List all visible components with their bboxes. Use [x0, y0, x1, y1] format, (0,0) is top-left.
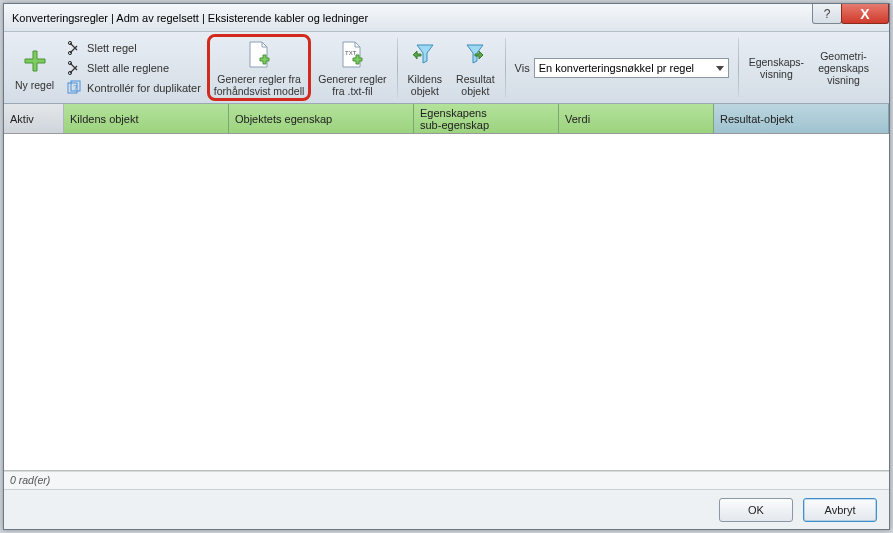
col-aktiv[interactable]: Aktiv	[4, 104, 64, 133]
row-count-label: 0 rad(er)	[10, 474, 50, 486]
col-resultat-objekt-label: Resultat-objekt	[720, 113, 793, 125]
generate-from-model-button[interactable]: Generer regler fra forhåndsvist modell	[207, 34, 311, 101]
property-view-label-1: Egenskaps-	[749, 56, 804, 68]
svg-text:TXT: TXT	[345, 50, 357, 56]
new-rule-button[interactable]: Ny regel	[8, 34, 61, 101]
funnel-arrow-right-icon	[459, 39, 491, 71]
dialog-window: Konverteringsregler | Adm av regelsett |…	[3, 3, 890, 530]
result-object-label-2: objekt	[461, 85, 489, 97]
col-verdi[interactable]: Verdi	[559, 104, 714, 133]
col-objektets-egenskap-label: Objektets egenskap	[235, 113, 332, 125]
col-resultat-objekt[interactable]: Resultat-objekt	[714, 104, 889, 133]
geometry-view-label-3: visning	[827, 74, 860, 86]
cancel-button[interactable]: Avbryt	[803, 498, 877, 522]
col-kildens-objekt[interactable]: Kildens objekt	[64, 104, 229, 133]
source-object-label-1: Kildens	[408, 73, 442, 85]
col-egenskapens-sub[interactable]: Egenskapens sub-egenskap	[414, 104, 559, 133]
ribbon-separator	[505, 38, 506, 97]
ribbon-separator	[738, 38, 739, 97]
help-button[interactable]: ?	[812, 4, 842, 24]
generate-from-model-label-1: Generer regler fra	[217, 73, 300, 85]
scissors-icon	[67, 60, 83, 76]
col-objektets-egenskap[interactable]: Objektets egenskap	[229, 104, 414, 133]
txt-file-plus-icon: TXT	[336, 39, 368, 71]
plus-icon	[19, 45, 51, 77]
ok-button[interactable]: OK	[719, 498, 793, 522]
scissors-icon	[67, 40, 83, 56]
col-aktiv-label: Aktiv	[10, 113, 34, 125]
source-object-button[interactable]: Kildens objekt	[401, 34, 449, 101]
delete-rule-button[interactable]: Slett regel	[65, 39, 203, 57]
titlebar: Konverteringsregler | Adm av regelsett |…	[4, 4, 889, 32]
check-duplicates-button[interactable]: ? Kontrollér for duplikater	[65, 79, 203, 97]
view-selector-area: Vis En konverteringsnøkkel pr regel	[509, 34, 735, 101]
ok-button-label: OK	[748, 504, 764, 516]
col-kildens-objekt-label: Kildens objekt	[70, 113, 139, 125]
property-view-button[interactable]: Egenskaps- visning	[742, 34, 811, 101]
close-button[interactable]: X	[841, 4, 889, 24]
geometry-view-label-1: Geometri-	[820, 50, 867, 62]
document-plus-icon	[243, 39, 275, 71]
dialog-footer: OK Avbryt	[4, 489, 889, 529]
view-label: Vis	[515, 62, 530, 74]
result-object-button[interactable]: Resultat objekt	[449, 34, 502, 101]
check-duplicates-label: Kontrollér for duplikater	[87, 82, 201, 94]
generate-from-model-label-2: forhåndsvist modell	[214, 85, 304, 97]
source-object-label-2: objekt	[411, 85, 439, 97]
window-title: Konverteringsregler | Adm av regelsett |…	[12, 12, 368, 24]
status-bar: 0 rad(er)	[4, 471, 889, 489]
delete-all-rules-button[interactable]: Slett alle reglene	[65, 59, 203, 77]
grid-header-row: Aktiv Kildens objekt Objektets egenskap …	[4, 104, 889, 134]
result-object-label-1: Resultat	[456, 73, 495, 85]
ribbon-toolbar: Ny regel Slett regel Slett alle reglene …	[4, 32, 889, 104]
delete-rule-label: Slett regel	[87, 42, 137, 54]
property-view-label-2: visning	[760, 68, 793, 80]
delete-all-rules-label: Slett alle reglene	[87, 62, 169, 74]
col-egenskapens-sub-label-2: sub-egenskap	[420, 119, 489, 131]
close-icon: X	[860, 6, 869, 22]
titlebar-buttons: ? X	[813, 4, 889, 26]
help-icon: ?	[824, 7, 831, 21]
new-rule-label: Ny regel	[15, 79, 54, 91]
ribbon-separator	[397, 38, 398, 97]
col-verdi-label: Verdi	[565, 113, 590, 125]
generate-from-txt-label-2: fra .txt-fil	[332, 85, 372, 97]
grid-body[interactable]	[4, 134, 889, 471]
geometry-property-view-button[interactable]: Geometri- egenskaps visning	[811, 34, 876, 101]
view-combo[interactable]: En konverteringsnøkkel pr regel	[534, 58, 729, 78]
generate-from-txt-label-1: Generer regler	[318, 73, 386, 85]
funnel-arrow-left-icon	[409, 39, 441, 71]
svg-text:?: ?	[73, 83, 78, 92]
rule-edit-group: Slett regel Slett alle reglene ? Kontrol…	[61, 34, 207, 101]
duplicate-check-icon: ?	[67, 80, 83, 96]
geometry-view-label-2: egenskaps	[818, 62, 869, 74]
cancel-button-label: Avbryt	[825, 504, 856, 516]
generate-from-txt-button[interactable]: TXT Generer regler fra .txt-fil	[311, 34, 393, 101]
view-combo-value: En konverteringsnøkkel pr regel	[539, 62, 694, 74]
col-egenskapens-sub-label-1: Egenskapens	[420, 107, 487, 119]
